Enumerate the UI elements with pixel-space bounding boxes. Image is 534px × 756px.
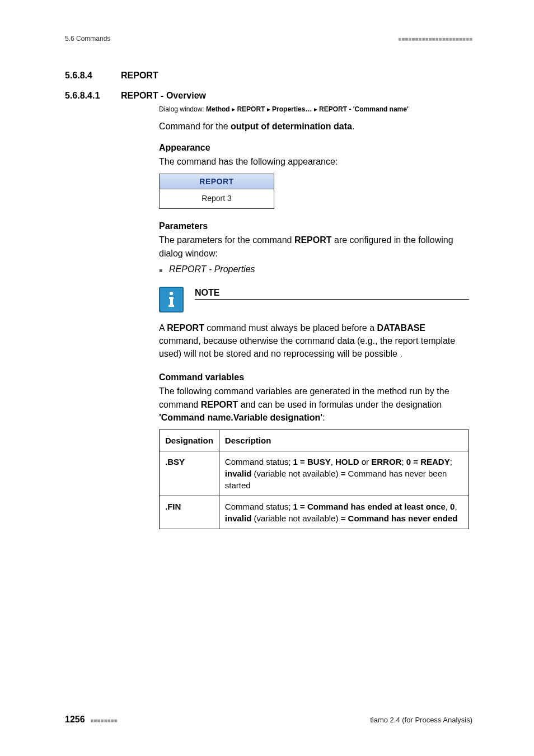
command-variables-text: The following command variables are gene…	[159, 385, 469, 424]
dialog-prefix: Dialog window:	[159, 105, 206, 113]
table-row: .BSY Command status; 1 = BUSY, HOLD or E…	[160, 451, 469, 496]
text: Command for the	[159, 122, 231, 131]
intro-text: Command for the output of determination …	[159, 120, 469, 133]
cell-designation: .BSY	[160, 451, 219, 496]
dialog-sep: ▸	[230, 105, 237, 113]
footer-left: 1256 ■■■■■■■■	[65, 715, 118, 725]
text-bold: ERROR	[371, 457, 401, 466]
footer-ornament: ■■■■■■■■	[90, 717, 117, 724]
text: ,	[331, 457, 335, 466]
dialog-part: REPORT	[237, 105, 265, 113]
text: or	[359, 457, 372, 466]
text: A	[159, 323, 167, 333]
col-description: Description	[219, 430, 469, 451]
header-ornament: ■■■■■■■■■■■■■■■■■■■■■■	[398, 36, 472, 42]
svg-rect-3	[168, 305, 174, 307]
svg-rect-2	[170, 297, 173, 306]
command-variables-table: Designation Description .BSY Command sta…	[159, 430, 469, 529]
heading-level-5: 5.6.8.4.1 REPORT - Overview	[65, 91, 472, 101]
text: :	[322, 413, 325, 422]
heading-title: REPORT	[121, 71, 158, 81]
heading-number: 5.6.8.4.1	[65, 91, 107, 101]
footer-product: tiamo 2.4 (for Process Analysis)	[370, 716, 472, 724]
running-header: 5.6 Commands ■■■■■■■■■■■■■■■■■■■■■■	[65, 35, 472, 43]
text-bold: 1 = Command has ended at least once	[293, 502, 446, 511]
text: The parameters for the command	[159, 235, 294, 245]
table-row: .FIN Command status; 1 = Command has end…	[160, 496, 469, 529]
text: command must always be placed before a	[204, 323, 377, 333]
report-preview-header: REPORT	[160, 174, 274, 189]
text: .	[352, 122, 354, 131]
text-bold: invalid	[225, 514, 252, 523]
cell-description: Command status; 1 = BUSY, HOLD or ERROR;…	[219, 451, 469, 496]
heading-title: REPORT - Overview	[121, 91, 206, 101]
report-preview-body: Report 3	[160, 189, 274, 208]
note-callout: NOTE A REPORT command must always be pla…	[159, 287, 469, 361]
dialog-part: Properties…	[272, 105, 312, 113]
list-item-text: REPORT - Properties	[169, 264, 255, 277]
note-title: NOTE	[195, 288, 469, 300]
dialog-sep: ▸	[312, 105, 319, 113]
list-item: ■ REPORT - Properties	[159, 264, 469, 277]
heading-level-4: 5.6.8.4 REPORT	[65, 71, 472, 81]
text: ;	[450, 457, 452, 466]
text: ,	[455, 502, 457, 511]
text: Command status;	[225, 457, 293, 466]
text-bold: 'Command name.Variable designation'	[159, 413, 322, 422]
text-bold: REPORT	[294, 235, 332, 245]
subheading-parameters: Parameters	[159, 221, 469, 231]
text-bold: output of determination data	[231, 122, 352, 131]
dialog-sep: ▸	[265, 105, 272, 113]
content-column: Dialog window: Method ▸ REPORT ▸ Propert…	[159, 105, 469, 529]
cell-designation: .FIN	[160, 496, 219, 529]
header-section-path: 5.6 Commands	[65, 35, 110, 43]
heading-number: 5.6.8.4	[65, 71, 107, 81]
text: (variable not available)	[251, 469, 340, 478]
page-number: 1256	[65, 715, 85, 724]
text-bold: HOLD	[335, 457, 359, 466]
table-header-row: Designation Description	[160, 430, 469, 451]
note-body: A REPORT command must always be placed b…	[159, 321, 469, 361]
note-header: NOTE	[159, 287, 469, 312]
text-bold: REPORT	[167, 323, 204, 333]
text-bold: DATABASE	[377, 323, 426, 333]
parameters-text: The parameters for the command REPORT ar…	[159, 234, 469, 259]
parameters-list: ■ REPORT - Properties	[159, 264, 469, 277]
bullet-icon: ■	[159, 264, 162, 277]
note-title-wrap: NOTE	[195, 287, 469, 300]
dialog-part: Method	[206, 105, 230, 113]
subheading-appearance: Appearance	[159, 143, 469, 153]
page: 5.6 Commands ■■■■■■■■■■■■■■■■■■■■■■ 5.6.…	[0, 0, 534, 756]
appearance-text: The command has the following appearance…	[159, 155, 469, 168]
dialog-path: Dialog window: Method ▸ REPORT ▸ Propert…	[159, 105, 469, 113]
text-bold: invalid	[225, 469, 252, 478]
text: (variable not available)	[251, 514, 340, 523]
text-bold: REPORT	[201, 400, 238, 409]
cell-description: Command status; 1 = Command has ended at…	[219, 496, 469, 529]
text-bold: 0 = READY	[406, 457, 450, 466]
subheading-command-variables: Command variables	[159, 372, 469, 382]
dialog-part: REPORT - 'Command name'	[319, 105, 409, 113]
text-bold: = Command has never ended	[341, 514, 458, 523]
col-designation: Designation	[160, 430, 219, 451]
report-command-preview: REPORT Report 3	[159, 174, 274, 209]
text: Command status;	[225, 502, 293, 511]
text-bold: 1 = BUSY	[293, 457, 331, 466]
text: ;	[401, 457, 406, 466]
text: ,	[446, 502, 450, 511]
text: command, because otherwise the command d…	[159, 336, 455, 358]
page-footer: 1256 ■■■■■■■■ tiamo 2.4 (for Process Ana…	[65, 715, 472, 725]
text: and can be used in formulas under the de…	[238, 400, 442, 409]
info-icon	[159, 287, 184, 312]
svg-point-0	[170, 292, 173, 295]
